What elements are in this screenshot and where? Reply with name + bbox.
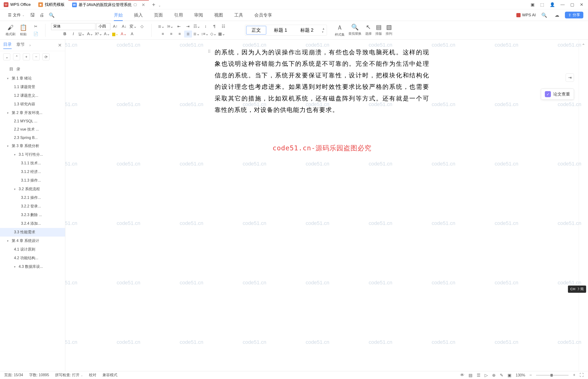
numbering-icon[interactable]: ⁝≡⌄ <box>166 23 174 30</box>
outline-view-icon[interactable]: ☰ <box>477 373 480 378</box>
pencil-icon[interactable]: ✎ <box>500 373 503 378</box>
zoom-slider[interactable] <box>536 375 569 376</box>
indent-icon[interactable]: ⇥ <box>184 23 192 30</box>
document-paragraph[interactable]: 的系统，因为人为的误操作出现崩溃，有些也会导致电脑死机。这样的现象也说明这种容错… <box>215 47 429 116</box>
wps-ai-button[interactable]: WPS AI <box>516 13 536 17</box>
menu-insert[interactable]: 插入 <box>128 12 148 18</box>
char-scale-icon[interactable]: ☶⌄ <box>193 23 201 30</box>
outline-item[interactable]: 1.2 课题意义... <box>0 91 65 100</box>
cut-icon[interactable]: ✂ <box>32 23 40 30</box>
eye-icon[interactable]: 👁 <box>460 373 464 378</box>
align-center-icon[interactable]: ≡ <box>167 31 175 37</box>
menu-start[interactable]: 开始 <box>108 12 128 18</box>
italic-icon[interactable]: I <box>69 31 77 37</box>
outline-item[interactable]: 3.1.2 经济... <box>0 168 65 176</box>
maximize-icon[interactable]: ▢ <box>570 2 574 7</box>
align-left-icon[interactable]: ≡ <box>159 31 167 37</box>
paste-button[interactable]: 📋 粘贴 <box>19 24 28 36</box>
outline-item[interactable]: 2.2 vue 技术 ... <box>0 125 65 134</box>
copy-icon[interactable]: 📄 <box>32 31 40 37</box>
cloud-icon[interactable]: ☁ <box>553 12 561 18</box>
menu-view[interactable]: 视图 <box>209 12 229 18</box>
status-zoom[interactable]: 130% <box>516 373 525 377</box>
outline-item[interactable]: 3.3 性能需求 <box>0 228 65 237</box>
outline-item[interactable]: 4.2 功能结构... <box>0 254 65 262</box>
text-effect-icon[interactable]: A⌄ <box>103 31 111 37</box>
zoom-thumb[interactable] <box>550 374 553 377</box>
outline-item[interactable]: 2.1 MYSQL ... <box>0 117 65 125</box>
avatar-icon[interactable]: 👤 <box>550 2 555 7</box>
distribute-icon[interactable]: ≣⌄ <box>192 31 201 37</box>
outdent-icon[interactable]: ⇤ <box>175 23 183 30</box>
outline-item[interactable]: ▾第 2 章 开发环境... <box>0 109 65 117</box>
outline-item[interactable]: 3.1.3 操作... <box>0 176 65 185</box>
outline-item[interactable]: ▾3.1 可行性分... <box>0 150 65 159</box>
strikethrough-icon[interactable]: A̶⌄ <box>86 31 94 37</box>
layout-button[interactable]: ▤排版 <box>374 24 383 37</box>
status-compat[interactable]: 兼容模式 <box>102 373 117 378</box>
find-replace-button[interactable]: 🔍查找替换 <box>347 24 362 37</box>
superscript-icon[interactable]: X²⌄ <box>95 31 102 37</box>
menu-tools[interactable]: 工具 <box>229 12 249 18</box>
borders-icon[interactable]: ▦⌄ <box>218 31 226 37</box>
style-normal[interactable]: 正文 <box>246 26 266 34</box>
arrange-button[interactable]: ▧排列 <box>385 24 393 37</box>
underline-icon[interactable]: U⌄ <box>78 31 86 37</box>
bold-icon[interactable]: B <box>61 31 69 37</box>
justify-icon[interactable]: ≣ <box>184 31 192 37</box>
share-button[interactable]: ⇪ 分享 <box>565 12 583 18</box>
bullets-icon[interactable]: ≣⌄ <box>157 23 165 30</box>
status-proofread[interactable]: 校对 <box>89 373 96 378</box>
web-view-icon[interactable]: ⊕ <box>492 373 496 378</box>
outline-item[interactable]: 3.2.2 登录... <box>0 202 65 211</box>
tab-wps-office[interactable]: W WPS Office <box>0 0 34 9</box>
fullscreen-icon[interactable]: ⛶ <box>580 373 584 378</box>
font-color-icon[interactable]: A⌄ <box>120 31 128 37</box>
outline-item[interactable]: ▾第 1 章 绪论 <box>0 74 65 83</box>
tab-close-icon[interactable]: ✕ <box>142 2 145 7</box>
file-menu[interactable]: ☰ 文件 ⌄ <box>5 12 28 18</box>
paper-check-button[interactable]: ✓ 论文查重 <box>541 89 574 100</box>
outline-item[interactable]: 3.2.4 添加... <box>0 219 65 228</box>
multi-window-icon[interactable]: ▣ <box>531 2 535 7</box>
outline-item[interactable]: 1.3 研究内容 <box>0 100 65 109</box>
outline-tab-chapter[interactable]: 章节 <box>16 42 25 49</box>
outline-item[interactable]: ▾3.2 系统流程 <box>0 185 65 193</box>
outline-item[interactable]: 2.3 Spring B... <box>0 134 65 142</box>
chevron-up-icon[interactable]: ⌃ <box>582 43 585 48</box>
outline-item[interactable]: 1.1 课题背景 <box>0 83 65 91</box>
font-name-combo[interactable] <box>51 23 95 30</box>
highlight-icon[interactable]: ▆⌄ <box>111 31 119 37</box>
new-tab-button[interactable]: + ⌄ <box>149 1 165 8</box>
outline-item[interactable]: 3.2.1 操作... <box>0 193 65 202</box>
read-view-icon[interactable]: ▷ <box>485 373 488 378</box>
print-preview-icon[interactable]: 🔍 <box>46 12 57 18</box>
format-painter-button[interactable]: 🖌 格式刷 <box>5 24 16 36</box>
outline-item[interactable]: ▾4.3 数据库设... <box>0 262 65 271</box>
align-right-icon[interactable]: ≡ <box>176 31 184 37</box>
menu-page[interactable]: 页面 <box>148 12 168 18</box>
font-grow-icon[interactable]: A↑ <box>111 23 119 30</box>
menu-vip[interactable]: 会员专享 <box>249 12 278 18</box>
select-button[interactable]: ↖选择 <box>364 24 373 37</box>
ime-indicator[interactable]: CH ☽ 简 <box>568 285 586 293</box>
zoom-in-icon[interactable]: + <box>573 373 575 378</box>
clear-format-icon[interactable]: ◇ <box>138 23 146 30</box>
east-asian-icon[interactable]: ☷ <box>219 23 227 30</box>
style-heading1[interactable]: 标题 1 <box>269 26 293 34</box>
outline-item[interactable]: 4.1 设计原则 <box>0 245 65 254</box>
cube-icon[interactable]: ⬚ <box>540 2 544 7</box>
outline-nav-right-icon[interactable]: › <box>29 43 31 47</box>
outline-close-icon[interactable]: ✕ <box>58 42 62 48</box>
outline-item[interactable]: 3.1.1 技术... <box>0 159 65 168</box>
save-icon[interactable]: 🖫 <box>28 12 37 18</box>
style-heading2[interactable]: 标题 2 <box>295 26 319 34</box>
show-marks-icon[interactable]: ¶ <box>210 23 218 30</box>
tab-daoke-template[interactable]: ◆ 找稻壳模板 <box>34 0 68 9</box>
minimize-icon[interactable]: — <box>560 2 565 7</box>
status-page[interactable]: 页面: 15/34 <box>4 373 23 378</box>
status-words[interactable]: 字数: 10895 <box>29 373 49 378</box>
outline-collapse-icon[interactable]: ⌄ <box>3 53 10 60</box>
line-spacing-icon[interactable]: ↕≡⌄ <box>201 31 209 37</box>
paragraph-handle-icon[interactable]: ⠿ <box>208 49 211 54</box>
